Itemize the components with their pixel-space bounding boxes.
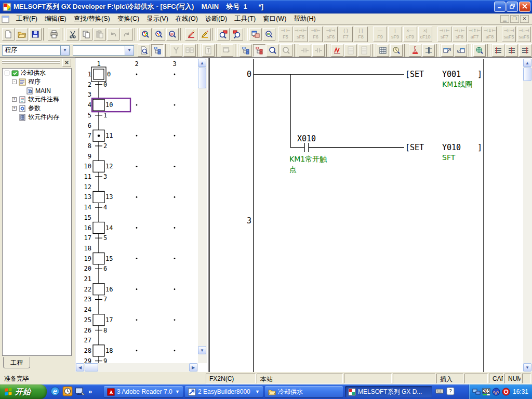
quick-launch-overflow-icon[interactable]: » [87, 388, 92, 395]
sfc-step[interactable] [93, 191, 104, 203]
ladder-key-sf7[interactable]: ⊣↑⊢sF7 [437, 26, 451, 42]
zoom-in-button[interactable] [217, 28, 230, 41]
mdi-document-icon[interactable] [2, 16, 10, 23]
chevron-down-icon[interactable]: ▼ [125, 46, 134, 55]
tree-item-软元件内存[interactable]: 软元件内存 [3, 113, 71, 122]
sfc-editor-panel[interactable]: 1231234567891011121314151617181920212223… [75, 58, 209, 373]
ladder-key-sf5[interactable]: ⊣⊣⊢sF5 [294, 26, 308, 42]
contact-display-5-button[interactable] [299, 44, 311, 57]
cut-button[interactable] [66, 28, 79, 41]
sfc-hscroll-thumb[interactable] [85, 363, 98, 371]
ladder-key-af7[interactable]: ⊣⇑⊢aF7 [468, 26, 482, 42]
align-contact-2-button[interactable] [506, 44, 518, 57]
instruction-search-button[interactable] [153, 28, 165, 41]
sfc-step[interactable] [93, 314, 104, 326]
expand-icon[interactable]: + [12, 97, 17, 102]
start-button[interactable]: 开始 [0, 384, 47, 399]
device-test-button[interactable] [170, 44, 182, 57]
chevron-down-icon[interactable]: ▼ [255, 389, 260, 394]
stop-icon[interactable] [502, 388, 510, 396]
device-name-combo[interactable]: ▼ [73, 45, 134, 56]
program-monitor-button[interactable] [473, 44, 486, 57]
menu-online[interactable]: 在线(O) [172, 13, 202, 25]
menu-tools[interactable]: 工具(T) [231, 13, 259, 25]
taskbar-button-melsoft-gx[interactable]: MELSOFT系列 GX D... [345, 386, 432, 397]
mdi-restore-button[interactable]: ❐ [510, 15, 519, 23]
align-contact-1-button[interactable] [492, 44, 504, 57]
ladder-key-af8[interactable]: ⊣⇓⊢aF8 [483, 26, 497, 42]
window-previous-button[interactable] [441, 44, 454, 57]
project-data-list-button[interactable] [151, 44, 164, 57]
menu-window[interactable]: 窗口(W) [259, 13, 290, 25]
sfc-step[interactable] [93, 99, 104, 111]
ladder-key-sf8[interactable]: ⊣↓⊢sF8 [453, 26, 467, 42]
contact-display-9-button[interactable] [312, 44, 325, 57]
mdi-close-button[interactable]: ✕ [520, 15, 529, 23]
counter-icon[interactable]: 285 [482, 388, 490, 396]
ladder-delete-row-button[interactable] [358, 44, 370, 57]
comment-display-button[interactable] [138, 44, 150, 57]
sfc-step-attribute-button[interactable] [331, 44, 343, 57]
collapse-icon[interactable]: - [5, 71, 9, 75]
tree-item-参数[interactable]: +参数 [3, 104, 71, 113]
minimize-button[interactable] [494, 2, 506, 12]
ladder-diagram[interactable]: 0[SETY001]KM1线圈X010KM1常开触点[SETY010]SFT3 [210, 58, 523, 372]
sfc-step[interactable] [93, 345, 104, 356]
ladder-vscroll[interactable]: ▲ ▼ [523, 59, 532, 372]
menu-find-replace[interactable]: 查找/替换(S) [70, 13, 114, 25]
menu-help[interactable]: 帮助(H) [290, 13, 319, 25]
menu-edit[interactable]: 编辑(E) [41, 13, 70, 25]
ladder-key-saf5[interactable]: ⊣↑⊣saF5 [502, 26, 516, 42]
app-icon[interactable] [3, 3, 11, 11]
taskbar-button-easybuilder[interactable]: 2 EasyBuilder8000▼ [185, 386, 263, 397]
sfc-zoom-setting-button[interactable] [280, 44, 292, 57]
clock[interactable]: 16:31 [513, 388, 528, 395]
help-icon[interactable]: ? [446, 387, 455, 395]
ladder-key-sf9[interactable]: |sF9 [388, 26, 402, 42]
ladder-key-cf10[interactable]: ×|cF10 [418, 26, 432, 42]
wave-icon[interactable] [492, 388, 500, 396]
network-icon[interactable] [472, 388, 481, 396]
sfc-zoom-button[interactable] [267, 44, 279, 57]
ladder-key-f8[interactable]: [ ]F8 [354, 26, 368, 42]
expand-icon[interactable]: + [12, 106, 17, 111]
scroll-down-icon[interactable]: ▼ [523, 363, 531, 371]
menu-diagnostics[interactable]: 诊断(D) [202, 13, 231, 25]
sfc-vscroll[interactable]: ▲ ▼ [198, 59, 207, 363]
ie-icon[interactable]: e [50, 386, 60, 396]
align-contact-3-button[interactable] [519, 44, 531, 57]
step-monitor-button[interactable] [409, 44, 421, 57]
ladder-monitor-mode-button[interactable] [198, 28, 211, 41]
ladder-key-cf9[interactable]: ×—cF9 [403, 26, 417, 42]
chevron-down-icon[interactable]: ▼ [175, 389, 180, 394]
block-parameter-button[interactable] [377, 44, 389, 57]
tree-item-软元件注释[interactable]: +软元件注释 [3, 95, 71, 104]
device-comment-search-button[interactable] [166, 28, 179, 41]
copy-button[interactable] [80, 28, 92, 41]
zoom-out-button[interactable] [231, 28, 243, 41]
restore-button[interactable] [507, 2, 518, 12]
mdi-minimize-button[interactable]: ▁ [500, 15, 509, 23]
print-button[interactable] [48, 28, 60, 41]
sfc-block-list-button[interactable] [240, 44, 252, 57]
new-project-button[interactable] [2, 28, 15, 41]
sfc-vscroll-thumb[interactable] [198, 68, 206, 88]
instruction-list-button[interactable] [202, 44, 215, 57]
column-display-button[interactable] [422, 44, 435, 57]
time-chart-monitor-button[interactable] [390, 44, 403, 57]
ladder-key-f9[interactable]: —F9 [373, 26, 387, 42]
scroll-up-icon[interactable]: ▲ [198, 59, 206, 67]
taskbar-button-cooling-water-folder[interactable]: 冷却供水 [265, 386, 343, 397]
sfc-diagram-view-button[interactable] [253, 44, 265, 57]
undo-button[interactable] [107, 28, 119, 41]
scroll-up-icon[interactable]: ▲ [523, 59, 531, 67]
ladder-key-sf6[interactable]: ⊣/⊣sF6 [324, 26, 338, 42]
panel-drag-handle[interactable] [2, 60, 60, 66]
tree-item-冷却供水[interactable]: -冷却供水 [3, 69, 71, 77]
collapse-icon[interactable]: - [12, 79, 17, 84]
ladder-editor-panel[interactable]: 0[SETY001]KM1线圈X010KM1常开触点[SETY010]SFT3 … [209, 58, 532, 373]
sfc-step[interactable] [93, 222, 104, 234]
tab-project[interactable]: 工程 [3, 357, 30, 368]
keyboard-icon[interactable] [435, 387, 444, 395]
sfc-step[interactable] [93, 161, 104, 172]
